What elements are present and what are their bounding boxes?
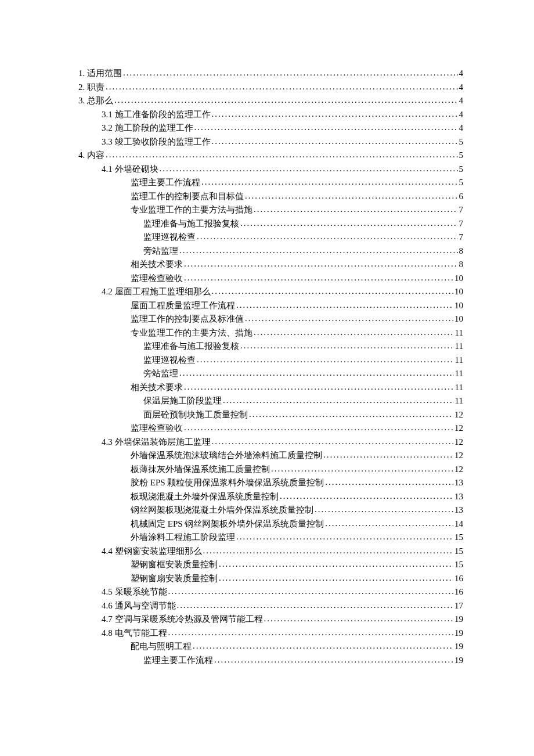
toc-entry-label: 外墙涂料工程施工阶段监理 bbox=[131, 531, 235, 544]
toc-entry[interactable]: 4.1 外墙砼砌块5 bbox=[78, 163, 463, 176]
toc-entry[interactable]: 4.4 塑钢窗安装监理细那么15 bbox=[78, 545, 463, 558]
toc-entry-page: 19 bbox=[454, 613, 463, 626]
toc-entry[interactable]: 4.3 外墙保温装饰层施工监理12 bbox=[78, 435, 463, 449]
toc-entry-page: 4 bbox=[459, 94, 464, 107]
toc-leader-dots bbox=[236, 530, 453, 543]
toc-entry-page: 8 bbox=[459, 244, 464, 258]
toc-entry[interactable]: 监理工作的控制要点和目标值6 bbox=[78, 190, 463, 203]
toc-entry-label: 保温层施工阶段监理 bbox=[143, 394, 222, 408]
toc-leader-dots bbox=[212, 135, 458, 148]
toc-entry-page: 6 bbox=[459, 190, 464, 203]
toc-leader-dots bbox=[212, 107, 458, 121]
toc-entry-label: 板薄抹灰外墙保温系统施工质量控制 bbox=[131, 463, 270, 476]
toc-entry-page: 5 bbox=[459, 149, 464, 162]
toc-entry[interactable]: 塑钢窗框安装质量控制15 bbox=[78, 558, 463, 571]
toc-entry[interactable]: 专业监理工作的主要方法与措施7 bbox=[78, 203, 463, 217]
toc-entry[interactable]: 配电与照明工程19 bbox=[78, 640, 463, 653]
toc-entry[interactable]: 3. 总那么4 bbox=[78, 94, 463, 107]
toc-entry[interactable]: 3.3 竣工验收阶段的监理工作5 bbox=[78, 135, 463, 149]
toc-entry[interactable]: 外墙保温系统泡沫玻璃结合外墙涂料施工质量控制12 bbox=[78, 449, 463, 462]
toc-entry-page: 7 bbox=[459, 217, 464, 231]
toc-entry-page: 5 bbox=[459, 176, 464, 189]
toc-leader-dots bbox=[193, 639, 453, 653]
toc-entry-page: 8 bbox=[459, 258, 464, 271]
toc-leader-dots bbox=[254, 203, 458, 216]
toc-leader-dots bbox=[179, 244, 458, 257]
toc-entry-label: 胶粉 EPS 颗粒使用保温浆料外墙保温系统质量控制 bbox=[131, 476, 324, 489]
toc-entry-page: 12 bbox=[454, 463, 463, 476]
toc-leader-dots bbox=[114, 93, 458, 107]
toc-entry[interactable]: 板现浇混凝土外墙外保温系统质量控制13 bbox=[78, 490, 463, 503]
toc-entry-label: 监理准备与施工报验复核 bbox=[143, 217, 239, 231]
toc-entry[interactable]: 旁站监理8 bbox=[78, 244, 463, 258]
toc-entry-label: 塑钢窗框安装质量控制 bbox=[131, 558, 218, 571]
toc-entry[interactable]: 3.1 施工准备阶段的监理工作4 bbox=[78, 108, 463, 121]
toc-entry-label: 4.2 屋面工程施工监理细那么 bbox=[102, 285, 211, 298]
toc-entry[interactable]: 4.2 屋面工程施工监理细那么10 bbox=[78, 285, 463, 298]
toc-entry-label: 相关技术要求 bbox=[131, 381, 183, 394]
toc-entry-label: 4. 内容 bbox=[78, 149, 104, 162]
toc-leader-dots bbox=[106, 148, 458, 161]
toc-entry-page: 11 bbox=[455, 326, 463, 340]
toc-entry[interactable]: 监理主要工作流程5 bbox=[78, 176, 463, 189]
toc-entry[interactable]: 相关技术要求11 bbox=[78, 381, 463, 394]
toc-entry-page: 13 bbox=[454, 490, 463, 503]
toc-entry[interactable]: 专业监理工作的主要方法、措施11 bbox=[78, 326, 463, 340]
toc-entry-page: 4 bbox=[459, 121, 464, 135]
toc-entry[interactable]: 板薄抹灰外墙保温系统施工质量控制12 bbox=[78, 463, 463, 476]
toc-entry[interactable]: 监理检查验收12 bbox=[78, 422, 463, 435]
toc-entry[interactable]: 4.7 空调与采暖系统冷热源及管网节能工程19 bbox=[78, 613, 463, 626]
toc-leader-dots bbox=[245, 312, 453, 325]
toc-entry[interactable]: 监理巡视检查11 bbox=[78, 354, 463, 367]
toc-entry[interactable]: 2. 职责4 bbox=[78, 81, 463, 94]
toc-entry-page: 12 bbox=[454, 435, 463, 449]
toc-entry-label: 专业监理工作的主要方法与措施 bbox=[131, 203, 252, 217]
toc-entry[interactable]: 监理巡视检查7 bbox=[78, 231, 463, 244]
toc-entry-page: 15 bbox=[454, 545, 463, 558]
toc-entry-page: 5 bbox=[459, 135, 464, 149]
toc-entry[interactable]: 面层砼预制块施工质量控制12 bbox=[78, 408, 463, 422]
toc-entry[interactable]: 监理准备与施工报验复核7 bbox=[78, 217, 463, 231]
toc-entry[interactable]: 塑钢窗扇安装质量控制16 bbox=[78, 572, 463, 585]
toc-entry[interactable]: 3.2 施工阶段的监理工作4 bbox=[78, 121, 463, 135]
toc-entry-label: 配电与照明工程 bbox=[131, 640, 192, 653]
toc-entry-page: 12 bbox=[454, 408, 463, 422]
toc-entry-page: 15 bbox=[454, 558, 463, 571]
toc-entry[interactable]: 监理工作的控制要点及标准值10 bbox=[78, 312, 463, 326]
toc-entry[interactable]: 钢丝网架板现浇混凝土外墙外保温系统质量控制13 bbox=[78, 503, 463, 517]
toc-entry[interactable]: 胶粉 EPS 颗粒使用保温浆料外墙保温系统质量控制13 bbox=[78, 476, 463, 489]
toc-entry-label: 3.3 竣工验收阶段的监理工作 bbox=[102, 135, 211, 149]
toc-entry-page: 13 bbox=[454, 503, 463, 517]
toc-entry[interactable]: 4.6 通风与空调节能17 bbox=[78, 599, 463, 613]
toc-entry[interactable]: 监理主要工作流程19 bbox=[78, 654, 463, 667]
toc-entry-page: 11 bbox=[455, 340, 463, 353]
toc-entry[interactable]: 旁站监理11 bbox=[78, 367, 463, 380]
toc-leader-dots bbox=[123, 66, 458, 80]
toc-entry-page: 10 bbox=[454, 312, 463, 326]
toc-entry[interactable]: 监理准备与施工报验复核11 bbox=[78, 340, 463, 353]
toc-entry-page: 10 bbox=[454, 299, 463, 312]
toc-leader-dots bbox=[280, 489, 453, 503]
toc-leader-dots bbox=[168, 626, 454, 639]
toc-entry[interactable]: 4.5 采暖系统节能16 bbox=[78, 585, 463, 599]
toc-entry[interactable]: 机械固定 EPS 钢丝网架板外墙外保温系统质量控制14 bbox=[78, 517, 463, 531]
toc-entry[interactable]: 4. 内容5 bbox=[78, 149, 463, 162]
toc-leader-dots bbox=[323, 448, 453, 462]
toc-entry[interactable]: 1. 适用范围4 bbox=[78, 67, 463, 80]
toc-entry-label: 4.3 外墙保温装饰层施工监理 bbox=[102, 435, 211, 449]
toc-entry-page: 7 bbox=[459, 231, 464, 244]
toc-entry[interactable]: 监理检查验收10 bbox=[78, 272, 463, 285]
toc-entry-label: 钢丝网架板现浇混凝土外墙外保温系统质量控制 bbox=[131, 503, 313, 517]
toc-entry[interactable]: 外墙涂料工程施工阶段监理15 bbox=[78, 531, 463, 544]
toc-entry[interactable]: 4.8 电气节能工程19 bbox=[78, 627, 463, 640]
toc-entry-label: 监理检查验收 bbox=[131, 422, 183, 435]
toc-leader-dots bbox=[184, 271, 453, 285]
toc-leader-dots bbox=[245, 189, 458, 203]
toc-entry-page: 14 bbox=[454, 517, 463, 531]
toc-entry-label: 3.1 施工准备阶段的监理工作 bbox=[102, 108, 211, 121]
toc-leader-dots bbox=[219, 571, 453, 585]
toc-entry[interactable]: 屋面工程质量监理工作流程10 bbox=[78, 299, 463, 312]
toc-entry[interactable]: 保温层施工阶段监理11 bbox=[78, 394, 463, 408]
toc-entry-label: 旁站监理 bbox=[143, 367, 178, 380]
toc-entry[interactable]: 相关技术要求8 bbox=[78, 258, 463, 271]
